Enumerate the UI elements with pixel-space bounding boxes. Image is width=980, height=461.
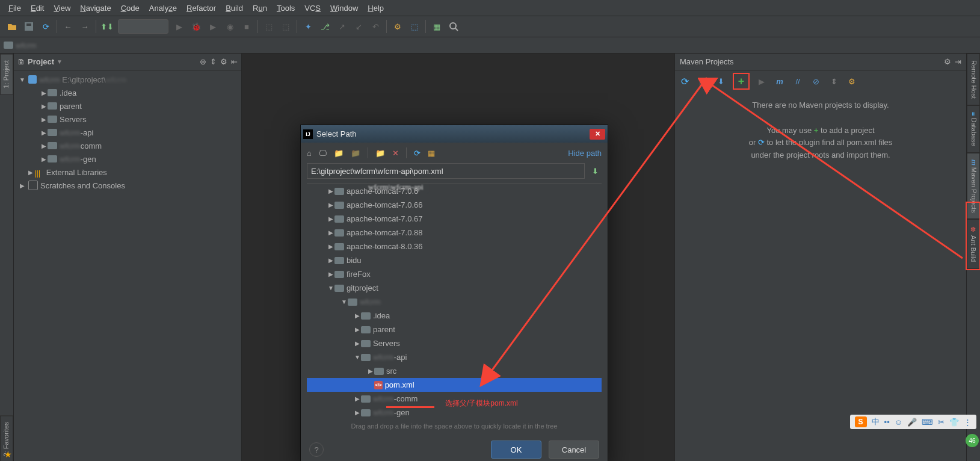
- tree-item[interactable]: Servers: [60, 115, 87, 124]
- download-icon[interactable]: ⬇: [715, 75, 727, 87]
- notification-badge[interactable]: 46: [966, 434, 979, 447]
- hide-icon[interactable]: ⇥: [955, 57, 961, 66]
- ok-button[interactable]: OK: [491, 441, 541, 459]
- menu-tools[interactable]: Tools: [272, 1, 300, 15]
- project-tree[interactable]: ▼wfcrm E:\gitproject\wfcrm ▶.idea ▶paren…: [14, 70, 241, 461]
- tree-item[interactable]: ▶Servers: [307, 336, 602, 350]
- dialog-tree[interactable]: ▶apache-tomcat-7.0.6▶apache-tomcat-7.0.6…: [307, 184, 602, 420]
- menu-file[interactable]: File: [4, 1, 26, 15]
- revert-icon[interactable]: ↶: [368, 19, 383, 34]
- run-icon[interactable]: ▶: [172, 19, 186, 34]
- toggle-icon[interactable]: //: [792, 75, 804, 87]
- debug-icon[interactable]: 🐞: [189, 19, 203, 34]
- redo-icon[interactable]: →: [78, 19, 92, 34]
- home-icon[interactable]: ⌂: [307, 149, 312, 158]
- x2-icon[interactable]: ⬚: [279, 19, 293, 34]
- desktop-icon[interactable]: 🖵: [319, 149, 327, 158]
- tree-item[interactable]: ▶bidu: [307, 253, 602, 267]
- ime-tray[interactable]: S 中••☺🎤⌨✂👕⋮: [850, 415, 976, 429]
- refresh-icon[interactable]: ⟳: [679, 75, 691, 87]
- new-folder-icon[interactable]: 📁: [375, 149, 385, 158]
- open-icon[interactable]: [5, 19, 19, 34]
- wand-icon[interactable]: ✦: [301, 19, 315, 34]
- vcs-up-icon[interactable]: ↗: [334, 19, 349, 34]
- tree-item[interactable]: </> pom.xml: [307, 378, 602, 392]
- tree-item[interactable]: ▶apache-tomcat-7.0.66: [307, 198, 602, 212]
- tab-project[interactable]: 1: Project: [0, 54, 13, 94]
- menu-help[interactable]: Help: [363, 1, 389, 15]
- help-icon[interactable]: ?: [309, 442, 324, 457]
- menu-build[interactable]: Build: [221, 1, 248, 15]
- path-field[interactable]: [307, 163, 585, 179]
- menu-navigate[interactable]: Navigate: [75, 1, 116, 15]
- menu-window[interactable]: Window: [325, 1, 363, 15]
- tree-item[interactable]: ▶apache-tomcat-7.0.88: [307, 226, 602, 240]
- menu-analyze[interactable]: Analyze: [144, 1, 182, 15]
- tree-item[interactable]: ▶apache-tomcat-7.0.67: [307, 212, 602, 226]
- gear-icon[interactable]: ⚙: [944, 57, 951, 66]
- menu-view[interactable]: View: [49, 1, 75, 15]
- x1-icon[interactable]: ⬚: [262, 19, 276, 34]
- tree-item[interactable]: .idea: [60, 88, 76, 97]
- collapse-icon[interactable]: ⇕: [210, 57, 217, 66]
- tree-item[interactable]: ▶fireFox: [307, 267, 602, 281]
- hide-path-link[interactable]: Hide path: [568, 149, 602, 158]
- history-icon[interactable]: ⬇: [588, 163, 602, 179]
- tree-item[interactable]: ▼gitproject: [307, 281, 602, 295]
- tree-item[interactable]: ▶parent: [307, 323, 602, 336]
- tree-item[interactable]: -api: [81, 128, 94, 137]
- tree-item[interactable]: ▼wfcrm: [307, 295, 602, 309]
- run-icon[interactable]: ▶: [756, 75, 768, 87]
- menu-edit[interactable]: Edit: [26, 1, 49, 15]
- branch-icon[interactable]: ⎇: [318, 19, 332, 34]
- vcs-dn-icon[interactable]: ↙: [351, 19, 366, 34]
- refresh-icon[interactable]: ⟳: [414, 149, 421, 158]
- collapse-icon[interactable]: ⇕: [828, 75, 840, 87]
- build-icon[interactable]: ⬆⬇: [100, 19, 114, 34]
- show-hidden-icon[interactable]: ▦: [428, 149, 435, 158]
- tree-item[interactable]: ▶src: [307, 364, 602, 378]
- project-icon[interactable]: 📁: [334, 149, 344, 158]
- tree-item[interactable]: ▶.idea: [307, 309, 602, 323]
- settings-icon[interactable]: ⚙: [390, 19, 405, 34]
- breadcrumb-item[interactable]: wfcrm: [16, 41, 37, 50]
- tree-item[interactable]: parent: [60, 102, 82, 111]
- cancel-button[interactable]: Cancel: [549, 441, 599, 459]
- struct-icon[interactable]: ⬚: [407, 19, 422, 34]
- delete-icon[interactable]: ✕: [392, 149, 399, 158]
- locate-icon[interactable]: ⊕: [200, 57, 206, 66]
- tab-database[interactable]: ≡ Database: [967, 105, 980, 153]
- search-everywhere-icon[interactable]: [446, 19, 461, 34]
- tree-item[interactable]: ▼wfcrm-api: [307, 350, 602, 364]
- menu-code[interactable]: Code: [116, 1, 144, 15]
- project-panel-title[interactable]: Project: [28, 57, 54, 66]
- hide-icon[interactable]: ⇤: [231, 57, 238, 66]
- menu-vcs[interactable]: VCS: [300, 1, 325, 15]
- maven-settings-icon[interactable]: ⚙: [846, 75, 858, 87]
- m-icon[interactable]: m: [774, 75, 786, 87]
- sync-icon[interactable]: ⟳: [39, 19, 53, 34]
- tree-item[interactable]: -gen: [81, 155, 96, 164]
- menu-run[interactable]: Run: [248, 1, 272, 15]
- tree-item[interactable]: ▶apache-tomcat-8.0.36: [307, 240, 602, 253]
- stop-icon[interactable]: ■: [239, 19, 254, 34]
- tab-remote-host[interactable]: Remote Host: [967, 54, 980, 105]
- generate-icon[interactable]: ⬚: [697, 75, 709, 87]
- module-icon[interactable]: 📁: [351, 149, 360, 158]
- coverage-icon[interactable]: ▶: [206, 19, 220, 34]
- run-config-combo[interactable]: [118, 19, 168, 34]
- tree-item[interactable]: External Libraries: [46, 168, 107, 177]
- dialog-titlebar[interactable]: IJ Select Path ✕: [301, 125, 608, 143]
- menu-refactor[interactable]: Refactor: [182, 1, 221, 15]
- tree-item[interactable]: Scratches and Consoles: [40, 181, 125, 190]
- chip-icon[interactable]: ▦: [430, 19, 444, 34]
- save-icon[interactable]: [22, 19, 36, 34]
- skip-icon[interactable]: ⊘: [810, 75, 822, 87]
- tree-item[interactable]: comm: [81, 141, 102, 150]
- undo-icon[interactable]: ←: [61, 19, 75, 34]
- close-icon[interactable]: ✕: [590, 129, 605, 140]
- profile-icon[interactable]: ◉: [223, 19, 237, 34]
- gear-icon[interactable]: ⚙: [220, 57, 227, 66]
- tree-item[interactable]: ▶apache-tomcat-7.0.6: [307, 184, 602, 198]
- add-maven-icon[interactable]: +: [735, 75, 747, 87]
